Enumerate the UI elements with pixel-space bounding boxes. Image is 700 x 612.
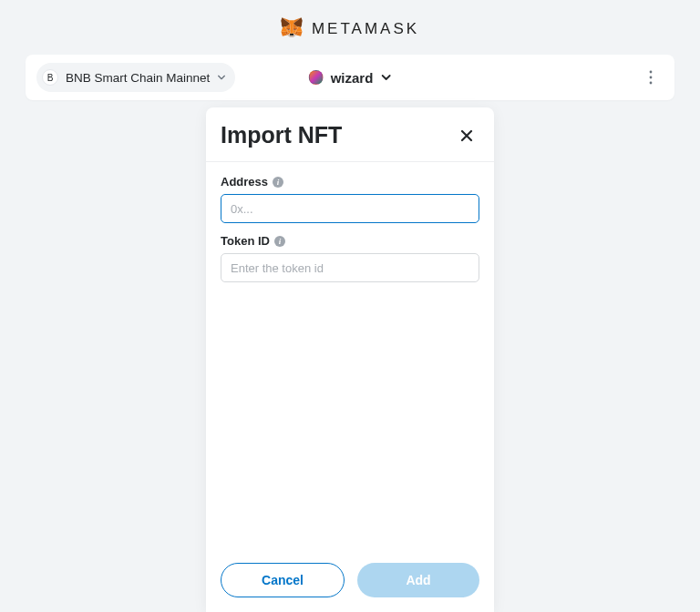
account-selector[interactable]: wizard (309, 70, 392, 86)
address-label: Address i (221, 175, 479, 189)
brand-name: METAMASK (312, 20, 419, 38)
brand-bar: METAMASK (0, 0, 700, 55)
tokenid-input[interactable] (221, 253, 479, 282)
network-letter-badge: B (42, 69, 58, 86)
info-icon[interactable]: i (273, 177, 283, 188)
tokenid-field-row: Token ID i (221, 234, 479, 282)
app-header: B BNB Smart Chain Mainnet wizard (26, 55, 674, 100)
network-selector[interactable]: B BNB Smart Chain Mainnet (36, 63, 235, 92)
modal-header: Import NFT (206, 107, 494, 162)
modal-footer: Cancel Add (206, 554, 494, 612)
account-name: wizard (331, 70, 374, 86)
address-input[interactable] (221, 194, 479, 223)
more-menu-button[interactable] (638, 65, 664, 90)
account-avatar (309, 70, 324, 85)
svg-point-1 (650, 76, 653, 79)
chevron-down-icon (380, 72, 391, 83)
metamask-fox-icon (281, 16, 303, 42)
modal-title: Import NFT (221, 122, 342, 148)
info-icon[interactable]: i (274, 236, 285, 247)
tokenid-label: Token ID i (221, 234, 479, 248)
chevron-down-icon (217, 73, 226, 82)
address-field-row: Address i (221, 175, 479, 223)
network-name: BNB Smart Chain Mainnet (66, 71, 210, 85)
svg-point-0 (650, 71, 653, 74)
cancel-button[interactable]: Cancel (221, 563, 345, 597)
close-button[interactable] (454, 123, 479, 148)
import-nft-modal: Import NFT Address i Token ID i Cancel A… (206, 107, 494, 612)
modal-body: Address i Token ID i (206, 162, 494, 554)
add-button[interactable]: Add (357, 563, 479, 597)
svg-point-2 (650, 82, 653, 85)
